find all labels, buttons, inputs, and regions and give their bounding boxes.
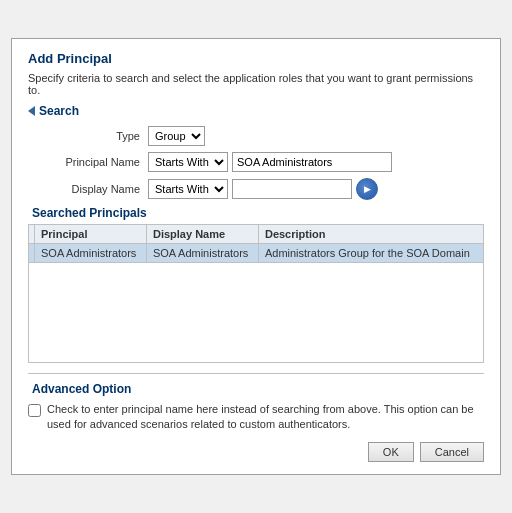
principal-name-input[interactable]: SOA Administrators <box>232 152 392 172</box>
col-description-header: Description <box>258 224 483 243</box>
advanced-description-text: Check to enter principal name here inste… <box>47 402 484 433</box>
search-section-label: Search <box>39 104 79 118</box>
principal-name-control: Starts With Contains Ends With Equals SO… <box>148 152 392 172</box>
search-collapse-icon[interactable] <box>28 106 35 116</box>
search-section-header: Search <box>28 104 484 118</box>
type-select[interactable]: Group User Role <box>148 126 205 146</box>
table-row[interactable]: SOA Administrators SOA Administrators Ad… <box>29 243 484 262</box>
advanced-section-label: Advanced Option <box>32 382 131 396</box>
cell-principal: SOA Administrators <box>35 243 147 262</box>
search-button[interactable]: ▶ <box>356 178 378 200</box>
type-control: Group User Role <box>148 126 205 146</box>
display-name-control: Starts With Contains Ends With Equals ▶ <box>148 178 378 200</box>
advanced-section: Advanced Option Check to enter principal… <box>28 373 484 433</box>
type-row: Type Group User Role <box>28 126 484 146</box>
dialog-footer: OK Cancel <box>28 442 484 462</box>
ok-button[interactable]: OK <box>368 442 414 462</box>
empty-row <box>29 262 484 362</box>
cell-display-name: SOA Administrators <box>146 243 258 262</box>
advanced-description-row: Check to enter principal name here inste… <box>28 402 484 433</box>
principal-name-filter-select[interactable]: Starts With Contains Ends With Equals <box>148 152 228 172</box>
col-display-name-header: Display Name <box>146 224 258 243</box>
results-section-label: Searched Principals <box>28 206 484 220</box>
results-table: Principal Display Name Description SOA A… <box>28 224 484 363</box>
display-name-row: Display Name Starts With Contains Ends W… <box>28 178 484 200</box>
display-name-input[interactable] <box>232 179 352 199</box>
type-label: Type <box>48 130 148 142</box>
display-name-label: Display Name <box>48 183 148 195</box>
display-name-filter-select[interactable]: Starts With Contains Ends With Equals <box>148 179 228 199</box>
dialog-description: Specify criteria to search and select th… <box>28 72 484 96</box>
advanced-checkbox[interactable] <box>28 404 41 417</box>
col-principal-header: Principal <box>35 224 147 243</box>
principal-name-row: Principal Name Starts With Contains Ends… <box>28 152 484 172</box>
cell-description: Administrators Group for the SOA Domain <box>258 243 483 262</box>
dialog-title: Add Principal <box>28 51 484 66</box>
results-section: Searched Principals Principal Display Na… <box>28 206 484 363</box>
advanced-section-header: Advanced Option <box>28 382 484 396</box>
principal-name-label: Principal Name <box>48 156 148 168</box>
add-principal-dialog: Add Principal Specify criteria to search… <box>11 38 501 476</box>
cancel-button[interactable]: Cancel <box>420 442 484 462</box>
search-icon: ▶ <box>364 184 371 194</box>
